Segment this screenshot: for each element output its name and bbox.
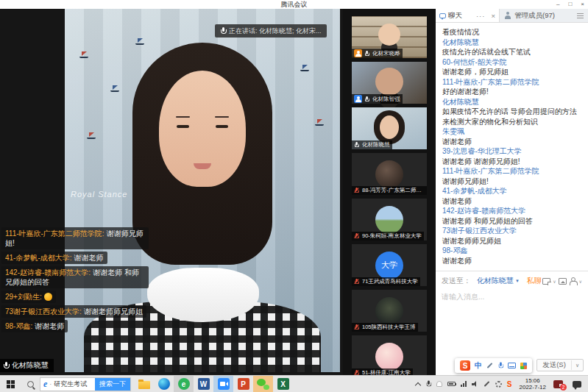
participant-thumbnail[interactable]: 大学71王武成青岛科技大学 (352, 244, 427, 286)
show-hidden-icons-chevron[interactable] (415, 382, 420, 387)
participant-label: 71王武成青岛科技大学 (352, 277, 420, 286)
taskbar-clock[interactable]: 15:06 2022-7-12 (520, 377, 546, 391)
green-e-browser-icon[interactable]: e (174, 376, 194, 392)
participant-name: 化材陈智强 (372, 96, 400, 103)
mic-icon (364, 96, 369, 102)
chat-message-text: 谢谢老师 (442, 137, 581, 147)
panel-menu-icon[interactable] (577, 13, 584, 18)
tab-manage-members[interactable]: 管理成员(97) (499, 9, 573, 22)
chat-message-text: 看疫情情况 (442, 27, 581, 38)
tab-chat[interactable]: 聊天 ··· × (436, 9, 499, 22)
overlay-message-text: 谢谢老师师兄师姐 (84, 307, 143, 316)
participant-thumbnail[interactable]: 化材陈晓慧 (352, 107, 427, 149)
chat-more-button[interactable]: ··· (476, 12, 486, 20)
handwriting-icon[interactable] (487, 363, 493, 368)
sogou-tray-icon[interactable]: S (507, 380, 512, 388)
screenshot-icon[interactable] (542, 278, 550, 285)
chat-message-text: 好的谢谢老师! (442, 87, 581, 97)
tencent-meeting-icon[interactable] (213, 376, 233, 392)
chat-sender-name: 化材陈晓慧 (442, 38, 581, 48)
maximize-button[interactable]: □ (568, 0, 572, 9)
muted-mic-icon (354, 188, 358, 193)
ime-toolbox-icon[interactable] (520, 363, 527, 369)
taskbar-search-box[interactable]: e · 研究生考试 搜索一下 (40, 377, 131, 391)
muted-mic-icon (354, 279, 358, 285)
overlay-sender-name: 98-邓鑫: (5, 322, 32, 330)
network-signal-icon[interactable] (461, 381, 467, 387)
chat-message-list[interactable]: 看疫情情况化材陈晓慧疫情允许的话就会线下笔试60-何恺炘-韶关学院谢谢老师，师兄… (436, 23, 588, 271)
participant-avatar: 大学 (375, 252, 403, 279)
chevron-down-icon[interactable]: ∨ (579, 279, 582, 284)
sogou-logo-icon[interactable]: S (460, 360, 470, 371)
overlay-message-text: 谢谢老师 (35, 322, 64, 330)
keyboard-icon[interactable] (508, 363, 516, 368)
action-center-icon[interactable] (573, 381, 581, 388)
overlay-message-text: 谢谢老师 (74, 254, 104, 262)
main-video-name-text: 化材陈晓慧 (12, 360, 49, 371)
taskbar-search-button[interactable] (21, 376, 40, 392)
word-icon[interactable]: W (194, 376, 213, 392)
overlay-message: 142-赵诗睿-赣南师范大学:谢谢老师 和师兄师姐的回答 (1, 266, 149, 288)
tray-bell-icon[interactable] (436, 381, 442, 387)
sailboat-decoration (87, 132, 96, 139)
chat-message-text: 谢谢老师 (442, 196, 581, 207)
window-title: 腾讯会议 (281, 0, 308, 10)
windows-taskbar: e · 研究生考试 搜索一下 eWPX S 15:06 2022-7-12 2 (0, 375, 588, 392)
speaker-icon[interactable] (472, 381, 478, 387)
curtain-watermark-text: Royal Stance (71, 190, 127, 199)
tray-mic-icon[interactable] (425, 381, 431, 388)
chat-sender-name: 142-赵诗睿-赣南师范大学 (442, 206, 581, 216)
member-select-icon[interactable] (569, 277, 577, 285)
participant-thumbnail[interactable]: 88-冯芳芳-广东第二师范学院 (352, 153, 427, 195)
notification-icon[interactable]: 2 (553, 380, 563, 388)
overlay-sender-name: 111-叶嘉欣-广东第二师范学院: (5, 229, 105, 238)
private-chat-label[interactable]: 私聊 (527, 276, 542, 286)
message-input[interactable]: 请输入消息... (442, 292, 582, 302)
chat-panel-header: 聊天 ··· × 管理成员(97) (436, 9, 588, 23)
titlebar: 腾讯会议 – □ × (0, 0, 588, 9)
speaking-indicator-text: 正在讲话: 化材陈晓慧; 化材宋... (229, 26, 322, 36)
members-icon (504, 12, 511, 19)
powerpoint-icon[interactable]: P (233, 376, 253, 392)
ie-icon: e (43, 379, 47, 390)
participant-thumbnail[interactable]: 105陕西科技大学王博 (352, 290, 427, 332)
send-button-label: 发送(S) (537, 360, 572, 370)
participant-thumbnail[interactable]: 90-朱柯姮-南京林业大学 (352, 199, 427, 240)
ime-language-icon[interactable]: 中 (475, 360, 482, 371)
chat-close-button[interactable]: × (491, 12, 495, 20)
overlay-message: 111-叶嘉欣-广东第二师范学院:谢谢师兄师姐! (1, 227, 149, 249)
wechat-icon[interactable] (253, 376, 273, 392)
participant-thumbnail[interactable]: 化材宋晓晔 (352, 16, 427, 58)
chat-sender-name: 98-邓鑫 (442, 246, 581, 256)
chat-message-text: 谢谢老师 和师兄师姐的回答 (442, 216, 581, 227)
voice-input-icon[interactable] (497, 363, 503, 369)
gear-icon[interactable] (495, 381, 502, 388)
battery-icon[interactable] (447, 382, 456, 386)
participant-label: 化材陈智强 (352, 94, 403, 104)
excel-icon[interactable]: X (273, 376, 293, 392)
file-explorer-icon[interactable] (134, 376, 154, 392)
participant-thumbnail[interactable]: 化材陈智强 (352, 62, 427, 104)
overlay-sender-name: 73谢子银江西农业大学: (5, 307, 82, 316)
image-icon[interactable] (559, 278, 567, 285)
edge-browser-icon[interactable] (154, 376, 174, 392)
participant-thumbnail-strip[interactable]: 化材宋晓晔化材陈智强化材陈晓慧88-冯芳芳-广东第二师范学院90-朱柯姮-南京林… (343, 9, 436, 375)
participant-name: 105陕西科技大学王博 (362, 324, 416, 331)
tab-chat-label: 聊天 (448, 11, 462, 21)
tab-members-label: 管理成员(97) (514, 11, 555, 21)
sailboat-decoration (110, 85, 119, 92)
sogou-ime-toolbar[interactable]: S 中 (455, 358, 532, 373)
send-button[interactable]: 发送(S) ∨ (536, 359, 584, 371)
participant-thumbnail[interactable]: 51-林佳康-江南大学 (352, 335, 427, 375)
participant-name: 71王武成青岛科技大学 (362, 278, 418, 285)
chevron-down-icon[interactable]: ∨ (553, 279, 556, 284)
chat-sender-name: 39-沈思睿-华北理工大学 (442, 146, 581, 157)
minimize-button[interactable]: – (556, 0, 559, 9)
search-input-text[interactable]: 研究生考试 (54, 379, 87, 389)
start-button[interactable] (0, 376, 21, 392)
search-go-button[interactable]: 搜索一下 (95, 378, 130, 391)
close-button[interactable]: × (581, 0, 584, 9)
recipient-selector[interactable]: 化材陈晓慧 ▼ (477, 276, 520, 286)
chat-message-text: 谢谢老师 (442, 256, 581, 266)
pen-link-icon[interactable] (483, 381, 489, 387)
